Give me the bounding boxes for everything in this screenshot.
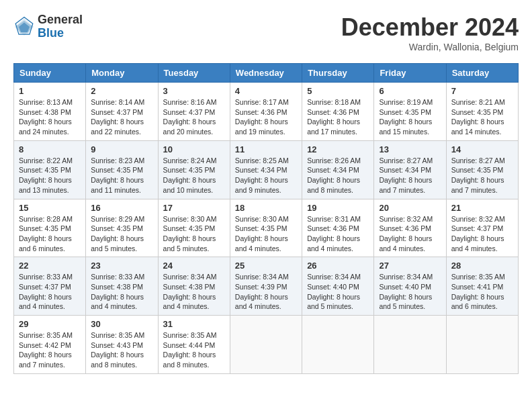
calendar-cell: 5 Sunrise: 8:18 AMSunset: 4:36 PMDayligh… bbox=[302, 83, 374, 141]
day-info: Sunrise: 8:16 AMSunset: 4:37 PMDaylight:… bbox=[163, 98, 217, 136]
calendar-cell: 4 Sunrise: 8:17 AMSunset: 4:36 PMDayligh… bbox=[230, 83, 302, 141]
title-block: December 2024 Wardin, Wallonia, Belgium bbox=[341, 13, 519, 52]
day-info: Sunrise: 8:32 AMSunset: 4:37 PMDaylight:… bbox=[451, 215, 505, 253]
day-number: 13 bbox=[379, 144, 441, 154]
day-number: 3 bbox=[163, 86, 225, 96]
day-info: Sunrise: 8:14 AMSunset: 4:37 PMDaylight:… bbox=[91, 98, 144, 136]
day-number: 6 bbox=[379, 86, 441, 96]
column-header-tuesday: Tuesday bbox=[158, 64, 230, 83]
day-number: 30 bbox=[91, 319, 152, 329]
day-info: Sunrise: 8:31 AMSunset: 4:36 PMDaylight:… bbox=[307, 215, 361, 253]
day-number: 23 bbox=[91, 261, 152, 271]
calendar-week-row: 8 Sunrise: 8:22 AMSunset: 4:35 PMDayligh… bbox=[14, 140, 519, 199]
day-info: Sunrise: 8:35 AMSunset: 4:42 PMDaylight:… bbox=[19, 331, 73, 369]
day-info: Sunrise: 8:35 AMSunset: 4:44 PMDaylight:… bbox=[163, 331, 217, 369]
day-info: Sunrise: 8:18 AMSunset: 4:36 PMDaylight:… bbox=[307, 98, 361, 136]
day-number: 24 bbox=[163, 261, 225, 271]
day-info: Sunrise: 8:30 AMSunset: 4:35 PMDaylight:… bbox=[163, 215, 217, 253]
day-number: 4 bbox=[235, 86, 297, 96]
day-info: Sunrise: 8:24 AMSunset: 4:35 PMDaylight:… bbox=[163, 156, 217, 194]
calendar-week-row: 1 Sunrise: 8:13 AMSunset: 4:38 PMDayligh… bbox=[14, 83, 519, 141]
day-info: Sunrise: 8:33 AMSunset: 4:38 PMDaylight:… bbox=[91, 273, 144, 310]
day-number: 9 bbox=[91, 144, 152, 154]
day-number: 27 bbox=[379, 261, 441, 271]
day-number: 12 bbox=[307, 144, 369, 154]
day-number: 1 bbox=[19, 86, 81, 96]
logo: General Blue bbox=[13, 13, 83, 40]
logo-icon bbox=[13, 16, 35, 38]
calendar-cell: 11 Sunrise: 8:25 AMSunset: 4:34 PMDaylig… bbox=[230, 140, 302, 199]
day-info: Sunrise: 8:33 AMSunset: 4:37 PMDaylight:… bbox=[19, 273, 73, 310]
calendar-cell bbox=[230, 316, 302, 374]
day-number: 20 bbox=[379, 203, 441, 213]
calendar-cell: 18 Sunrise: 8:30 AMSunset: 4:35 PMDaylig… bbox=[230, 199, 302, 257]
day-number: 19 bbox=[307, 203, 369, 213]
day-info: Sunrise: 8:35 AMSunset: 4:43 PMDaylight:… bbox=[91, 331, 144, 369]
calendar-week-row: 22 Sunrise: 8:33 AMSunset: 4:37 PMDaylig… bbox=[14, 257, 519, 316]
calendar-cell: 27 Sunrise: 8:34 AMSunset: 4:40 PMDaylig… bbox=[374, 257, 446, 316]
day-info: Sunrise: 8:34 AMSunset: 4:40 PMDaylight:… bbox=[379, 273, 433, 310]
calendar-header-row: SundayMondayTuesdayWednesdayThursdayFrid… bbox=[14, 64, 519, 83]
month-title: December 2024 bbox=[341, 13, 519, 42]
column-header-thursday: Thursday bbox=[302, 64, 374, 83]
day-number: 21 bbox=[451, 203, 513, 213]
day-number: 22 bbox=[19, 261, 81, 271]
day-info: Sunrise: 8:30 AMSunset: 4:35 PMDaylight:… bbox=[235, 215, 289, 253]
calendar-week-row: 29 Sunrise: 8:35 AMSunset: 4:42 PMDaylig… bbox=[14, 316, 519, 374]
page-header: General Blue December 2024 Wardin, Wallo… bbox=[13, 13, 519, 52]
day-info: Sunrise: 8:29 AMSunset: 4:35 PMDaylight:… bbox=[91, 215, 144, 253]
calendar-cell: 20 Sunrise: 8:32 AMSunset: 4:36 PMDaylig… bbox=[374, 199, 446, 257]
column-header-wednesday: Wednesday bbox=[230, 64, 302, 83]
day-info: Sunrise: 8:27 AMSunset: 4:34 PMDaylight:… bbox=[379, 156, 433, 194]
day-info: Sunrise: 8:21 AMSunset: 4:35 PMDaylight:… bbox=[451, 98, 505, 136]
calendar-cell: 23 Sunrise: 8:33 AMSunset: 4:38 PMDaylig… bbox=[86, 257, 158, 316]
day-info: Sunrise: 8:13 AMSunset: 4:38 PMDaylight:… bbox=[19, 98, 73, 136]
calendar-cell: 24 Sunrise: 8:34 AMSunset: 4:38 PMDaylig… bbox=[158, 257, 230, 316]
day-info: Sunrise: 8:26 AMSunset: 4:34 PMDaylight:… bbox=[307, 156, 361, 194]
calendar-cell: 8 Sunrise: 8:22 AMSunset: 4:35 PMDayligh… bbox=[14, 140, 86, 199]
calendar-cell: 15 Sunrise: 8:28 AMSunset: 4:35 PMDaylig… bbox=[14, 199, 86, 257]
day-number: 18 bbox=[235, 203, 297, 213]
calendar-cell: 17 Sunrise: 8:30 AMSunset: 4:35 PMDaylig… bbox=[158, 199, 230, 257]
day-number: 2 bbox=[91, 86, 152, 96]
column-header-sunday: Sunday bbox=[14, 64, 86, 83]
day-number: 14 bbox=[451, 144, 513, 154]
location-subtitle: Wardin, Wallonia, Belgium bbox=[341, 42, 519, 52]
calendar-cell: 25 Sunrise: 8:34 AMSunset: 4:39 PMDaylig… bbox=[230, 257, 302, 316]
day-info: Sunrise: 8:19 AMSunset: 4:35 PMDaylight:… bbox=[379, 98, 433, 136]
day-number: 15 bbox=[19, 203, 81, 213]
day-info: Sunrise: 8:27 AMSunset: 4:35 PMDaylight:… bbox=[451, 156, 505, 194]
day-info: Sunrise: 8:34 AMSunset: 4:39 PMDaylight:… bbox=[235, 273, 289, 310]
calendar-cell bbox=[374, 316, 446, 374]
day-number: 29 bbox=[19, 319, 81, 329]
day-info: Sunrise: 8:25 AMSunset: 4:34 PMDaylight:… bbox=[235, 156, 289, 194]
calendar-cell: 31 Sunrise: 8:35 AMSunset: 4:44 PMDaylig… bbox=[158, 316, 230, 374]
day-number: 8 bbox=[19, 144, 81, 154]
calendar-cell: 16 Sunrise: 8:29 AMSunset: 4:35 PMDaylig… bbox=[86, 199, 158, 257]
calendar-cell: 19 Sunrise: 8:31 AMSunset: 4:36 PMDaylig… bbox=[302, 199, 374, 257]
calendar-cell: 2 Sunrise: 8:14 AMSunset: 4:37 PMDayligh… bbox=[86, 83, 158, 141]
day-number: 17 bbox=[163, 203, 225, 213]
day-number: 10 bbox=[163, 144, 225, 154]
calendar-cell: 14 Sunrise: 8:27 AMSunset: 4:35 PMDaylig… bbox=[446, 140, 518, 199]
day-info: Sunrise: 8:32 AMSunset: 4:36 PMDaylight:… bbox=[379, 215, 433, 253]
day-info: Sunrise: 8:34 AMSunset: 4:38 PMDaylight:… bbox=[163, 273, 217, 310]
calendar-cell: 6 Sunrise: 8:19 AMSunset: 4:35 PMDayligh… bbox=[374, 83, 446, 141]
calendar-cell: 28 Sunrise: 8:35 AMSunset: 4:41 PMDaylig… bbox=[446, 257, 518, 316]
calendar-table: SundayMondayTuesdayWednesdayThursdayFrid… bbox=[13, 63, 519, 374]
day-number: 28 bbox=[451, 261, 513, 271]
day-info: Sunrise: 8:23 AMSunset: 4:35 PMDaylight:… bbox=[91, 156, 144, 194]
day-info: Sunrise: 8:22 AMSunset: 4:35 PMDaylight:… bbox=[19, 156, 73, 194]
day-number: 16 bbox=[91, 203, 152, 213]
day-number: 11 bbox=[235, 144, 297, 154]
day-number: 26 bbox=[307, 261, 369, 271]
calendar-week-row: 15 Sunrise: 8:28 AMSunset: 4:35 PMDaylig… bbox=[14, 199, 519, 257]
calendar-cell: 30 Sunrise: 8:35 AMSunset: 4:43 PMDaylig… bbox=[86, 316, 158, 374]
calendar-cell: 26 Sunrise: 8:34 AMSunset: 4:40 PMDaylig… bbox=[302, 257, 374, 316]
calendar-cell: 13 Sunrise: 8:27 AMSunset: 4:34 PMDaylig… bbox=[374, 140, 446, 199]
calendar-cell bbox=[446, 316, 518, 374]
day-number: 5 bbox=[307, 86, 369, 96]
calendar-cell: 21 Sunrise: 8:32 AMSunset: 4:37 PMDaylig… bbox=[446, 199, 518, 257]
day-number: 7 bbox=[451, 86, 513, 96]
day-number: 25 bbox=[235, 261, 297, 271]
